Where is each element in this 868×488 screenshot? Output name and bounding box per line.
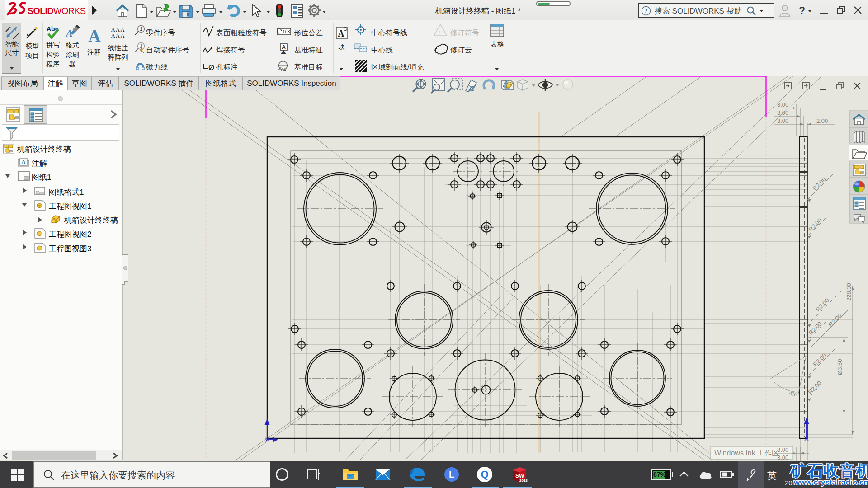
svg-text:A: A xyxy=(282,44,286,51)
svg-text:?: ? xyxy=(645,8,648,14)
svg-text:3.00: 3.00 xyxy=(777,109,788,116)
svg-text:2.00: 2.00 xyxy=(816,117,828,124)
svg-text:A: A xyxy=(338,28,344,38)
svg-text:SW: SW xyxy=(515,473,524,479)
svg-text:Ø3.50: Ø3.50 xyxy=(836,359,843,375)
svg-text:A1: A1 xyxy=(281,67,286,72)
svg-text:0.3: 0.3 xyxy=(283,29,290,34)
svg-text:228.00: 228.00 xyxy=(845,283,852,301)
svg-text:3.00: 3.00 xyxy=(777,446,788,453)
svg-text:Ø: Ø xyxy=(208,63,214,72)
svg-text:Windows Ink 工作区: Windows Ink 工作区 xyxy=(714,449,779,457)
svg-text:3.00: 3.00 xyxy=(777,101,788,108)
svg-text:1: 1 xyxy=(439,30,441,35)
svg-text:3.00: 3.00 xyxy=(777,454,788,461)
svg-text:?: ? xyxy=(799,5,805,17)
svg-text:SOLIDWORKS: SOLIDWORKS xyxy=(28,6,86,16)
svg-text:3.00: 3.00 xyxy=(777,117,788,124)
svg-text:1: 1 xyxy=(140,27,142,32)
svg-text:A: A xyxy=(21,159,26,166)
svg-text:2018: 2018 xyxy=(519,479,528,483)
